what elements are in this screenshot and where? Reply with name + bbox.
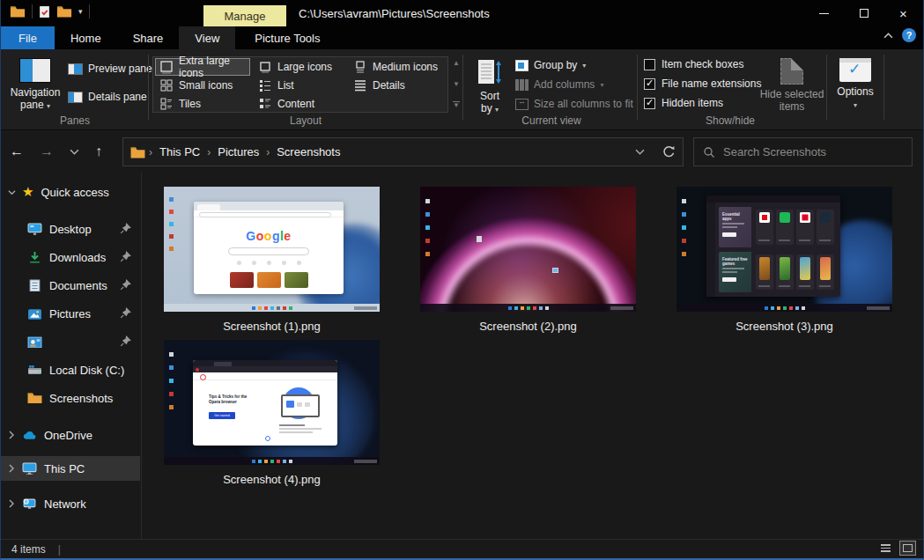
layout-extra-large-icons[interactable]: Extra large icons xyxy=(155,58,250,76)
chevron-collapsed-icon[interactable] xyxy=(9,464,14,473)
tab-picture-tools[interactable]: Picture Tools xyxy=(235,26,339,49)
details-pane-button[interactable]: Details pane xyxy=(68,88,147,106)
sidebar-item-onedrive[interactable]: OneDrive xyxy=(1,424,140,446)
tab-home[interactable]: Home xyxy=(55,26,117,49)
size-all-columns-button[interactable]: Size all columns to fit xyxy=(515,95,633,113)
layout-details[interactable]: Details xyxy=(349,77,444,94)
chevron-down-icon xyxy=(47,102,50,110)
search-input[interactable] xyxy=(723,145,882,158)
up-icon[interactable]: ↑ xyxy=(95,144,102,159)
file-screenshot-4[interactable]: Tips & Tricks for the Opera browser Get … xyxy=(164,340,380,486)
explorer-window: Manage C:\Users\avram\Pictures\Screensho… xyxy=(0,0,924,560)
navigation-pane-button[interactable]: Navigation pane xyxy=(8,55,63,122)
new-folder-icon[interactable] xyxy=(56,5,72,18)
hide-selected-items-icon xyxy=(780,58,803,85)
collapse-ribbon-icon[interactable] xyxy=(883,33,893,39)
chevron-expanded-icon[interactable] xyxy=(8,188,16,196)
item-check-boxes-checkbox[interactable]: Item check boxes xyxy=(644,56,743,72)
layout-tiles[interactable]: Tiles xyxy=(155,95,250,113)
file-name-extensions-checkbox[interactable]: File name extensions xyxy=(644,76,761,92)
gallery-scroll-down-icon[interactable]: ▼ xyxy=(453,81,460,88)
recent-locations-chevron-icon[interactable] xyxy=(70,149,79,155)
file-name[interactable]: Screenshot (1).png xyxy=(164,320,380,333)
breadcrumb-pictures[interactable]: Pictures xyxy=(214,145,262,158)
group-divider xyxy=(883,55,884,120)
pictures-label: Pictures xyxy=(49,307,91,321)
sort-by-button[interactable]: Sort by xyxy=(469,55,510,122)
network-icon xyxy=(22,497,37,511)
opera-window: Tips & Tricks for the Opera browser Get … xyxy=(193,360,337,446)
file-screenshot-1[interactable]: Google Screenshot (1).png xyxy=(164,187,380,333)
qat-customize-chevron-icon[interactable] xyxy=(78,8,83,15)
back-icon[interactable]: ← xyxy=(10,144,24,159)
gallery-expand-icon[interactable]: ▼ xyxy=(453,101,460,109)
add-columns-button[interactable]: Add columns xyxy=(515,76,603,93)
chevron-down-icon xyxy=(495,106,499,114)
tab-share[interactable]: Share xyxy=(117,26,180,49)
chevron-down-icon xyxy=(854,101,857,109)
hide-selected-items-button[interactable]: Hide selected items xyxy=(755,55,829,122)
breadcrumb-this-pc[interactable]: This PC xyxy=(156,145,203,158)
desktop-label: Desktop xyxy=(49,223,92,236)
layout-small-icons[interactable]: Small icons xyxy=(155,77,250,94)
file-name[interactable]: Screenshot (4).png xyxy=(164,473,380,486)
small-icons-label: Small icons xyxy=(179,79,233,92)
store-banner-1: Essential apps xyxy=(722,212,748,221)
current-view-group-label: Current view xyxy=(516,114,587,127)
help-icon[interactable] xyxy=(902,28,916,42)
forward-icon[interactable]: → xyxy=(40,144,54,159)
chevron-collapsed-icon[interactable] xyxy=(9,499,14,508)
sidebar-item-documents[interactable]: Documents xyxy=(1,275,140,296)
details-view-button[interactable] xyxy=(877,541,894,556)
details-pane-icon xyxy=(68,92,83,103)
file-screenshot-2[interactable]: Screenshot (2).png xyxy=(420,187,636,333)
layout-list[interactable]: List xyxy=(254,77,349,94)
tab-view[interactable]: View xyxy=(179,26,235,49)
tab-file[interactable]: File xyxy=(1,26,55,49)
navigation-pane-icon xyxy=(19,58,51,83)
minimize-button[interactable] xyxy=(804,0,844,26)
video-app-icon xyxy=(27,335,42,349)
layout-medium-icons[interactable]: Medium icons xyxy=(349,58,444,76)
close-button[interactable]: × xyxy=(883,0,923,26)
manage-contextual-header[interactable]: Manage xyxy=(203,5,286,26)
address-dropdown-chevron-icon[interactable] xyxy=(635,149,645,155)
qat-separator xyxy=(32,4,33,18)
refresh-icon[interactable] xyxy=(662,145,676,158)
sidebar-item-local-disk-c[interactable]: Local Disk (C:) xyxy=(1,359,140,380)
properties-icon[interactable] xyxy=(39,5,50,18)
gallery-scroll-up-icon[interactable]: ▲ xyxy=(453,60,460,67)
sidebar-item-downloads[interactable]: Downloads xyxy=(1,247,140,268)
chevron-down-icon xyxy=(582,62,586,70)
layout-content[interactable]: Content xyxy=(254,95,349,113)
small-icons-icon xyxy=(159,78,174,92)
sidebar-item-this-pc[interactable]: This PC xyxy=(1,456,140,481)
breadcrumb[interactable]: This PC Pictures Screenshots xyxy=(122,137,684,166)
thumbnail-view-button[interactable] xyxy=(899,541,916,556)
sort-by-label: Sort xyxy=(480,90,499,102)
item-count: 4 items xyxy=(11,543,46,556)
layout-large-icons[interactable]: Large icons xyxy=(254,58,349,76)
preview-pane-button[interactable]: Preview pane xyxy=(68,60,152,77)
sidebar-item-pictures[interactable]: Pictures xyxy=(1,303,140,324)
ribbon-tab-strip: File Home Share View Picture Tools xyxy=(1,26,923,49)
file-screenshot-3[interactable]: Essential apps Featured free games xyxy=(676,187,892,333)
sidebar-item-desktop[interactable]: Desktop xyxy=(1,218,140,239)
group-by-button[interactable]: Group by xyxy=(515,56,586,74)
search-box[interactable] xyxy=(693,137,913,166)
breadcrumb-chevron-icon xyxy=(203,146,214,158)
explorer-folder-icon xyxy=(10,5,26,18)
file-name[interactable]: Screenshot (2).png xyxy=(420,320,636,333)
hidden-items-checkbox[interactable]: Hidden items xyxy=(644,95,723,111)
sidebar-quick-access[interactable]: Quick access xyxy=(1,181,140,203)
maximize-button[interactable] xyxy=(844,0,883,26)
sidebar-item-network[interactable]: Network xyxy=(1,493,140,514)
local-disk-label: Local Disk (C:) xyxy=(49,364,124,377)
sidebar-item-screenshots[interactable]: Screenshots xyxy=(1,387,140,409)
options-button[interactable]: Options xyxy=(831,55,880,122)
breadcrumb-screenshots[interactable]: Screenshots xyxy=(273,145,344,158)
file-name[interactable]: Screenshot (3).png xyxy=(676,320,892,333)
checkbox-icon xyxy=(644,78,655,90)
chevron-collapsed-icon[interactable] xyxy=(9,431,14,439)
sidebar-item-unlabeled[interactable] xyxy=(1,331,140,352)
